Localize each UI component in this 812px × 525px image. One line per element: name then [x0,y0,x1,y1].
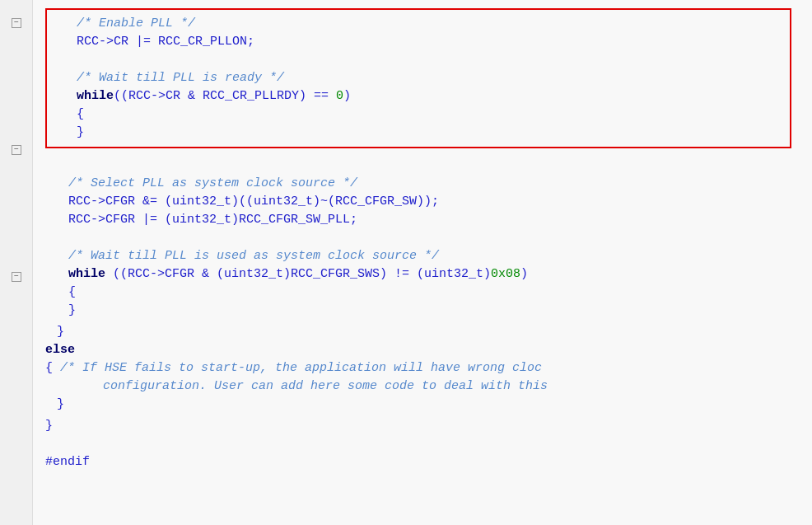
code-brace: } [77,124,84,142]
highlighted-code-block: /* Enable PLL */ RCC->CR |= RCC_CR_PLLON… [45,8,791,148]
editor-container: − − − /* Enable PLL */ RCC->CR |= RCC_CR… [0,0,812,525]
code-line: else [45,341,800,359]
code-line: { [54,105,783,124]
code-line: } [45,417,800,435]
code-comment: /* Wait till PLL is used as system clock… [68,247,439,265]
code-line: while((RCC->CR & RCC_CR_PLLRDY) == 0) [54,87,783,105]
code-comment: /* Enable PLL */ [77,15,195,33]
code-keyword: else [45,341,75,359]
fold-marker-3[interactable]: − [12,272,21,282]
code-line: } [45,396,800,414]
code-brace: { [68,284,76,302]
editor-gutter: − − − [0,0,33,525]
code-brace: } [68,302,76,320]
code-line: } [54,124,783,142]
code-block-3: } else { /* If HSE fails to start-up, th… [45,323,800,414]
code-line: /* Enable PLL */ [54,15,783,33]
code-line: } [45,302,800,320]
code-area: /* Enable PLL */ RCC->CR |= RCC_CR_PLLON… [33,0,812,525]
keyword-as: as [254,249,268,263]
code-line-blank [45,157,800,175]
code-comment: /* If HSE fails to start-up, the applica… [60,359,542,377]
code-comment: configuration. User can add here some co… [103,377,548,396]
code-brace: } [45,417,53,435]
code-brace: { [77,105,84,124]
code-line: /* Wait till PLL is ready */ [54,69,783,87]
code-text: RCC->CR |= RCC_CR_PLLON; [77,33,254,51]
code-text: ((RCC->CR & RCC_CR_PLLRDY) == [114,87,336,105]
code-keyword: while [68,265,113,284]
code-line-blank [45,435,800,453]
code-text: ((RCC->CFGR & (uint32_t)RCC_CFGR_SWS) !=… [113,265,491,284]
code-comment: /* Wait till PLL is ready */ [77,69,284,87]
code-line: RCC->CR |= RCC_CR_PLLON; [54,33,783,51]
code-line: while ((RCC->CFGR & (uint32_t)RCC_CFGR_S… [45,265,800,284]
code-block-2: /* Select PLL as system clock source */ … [45,157,800,320]
code-line: RCC->CFGR &= (uint32_t)((uint32_t)~(RCC_… [45,193,800,211]
code-line-blank [45,229,800,247]
fold-marker-2[interactable]: − [12,145,21,155]
code-directive: #endif [45,453,90,471]
code-line: /* Select PLL as system clock source */ [45,175,800,193]
code-line: } [45,323,800,341]
code-text: RCC->CFGR &= (uint32_t)((uint32_t)~(RCC_… [68,193,439,211]
code-line-blank [54,51,783,69]
code-line: RCC->CFGR |= (uint32_t)RCC_CFGR_SW_PLL; [45,211,800,229]
code-brace: } [57,323,64,341]
code-line: configuration. User can add here some co… [45,377,800,396]
code-number: 0x08 [491,265,520,284]
code-comment: /* Select PLL as system clock source */ [68,175,357,193]
code-brace: { [45,359,60,377]
code-text: RCC->CFGR |= (uint32_t)RCC_CFGR_SW_PLL; [68,211,357,229]
code-keyword: while [77,87,114,105]
code-text: ) [520,265,528,284]
fold-marker-1[interactable]: − [12,18,21,28]
code-text: ) [343,87,351,105]
code-number: 0 [336,87,343,105]
code-line: /* Wait till PLL is used as system clock… [45,247,800,265]
code-line: #endif [45,453,800,471]
code-brace: } [57,396,64,414]
code-block-4: } #endif [45,417,800,471]
code-line: { /* If HSE fails to start-up, the appli… [45,359,800,377]
code-line: { [45,284,800,302]
